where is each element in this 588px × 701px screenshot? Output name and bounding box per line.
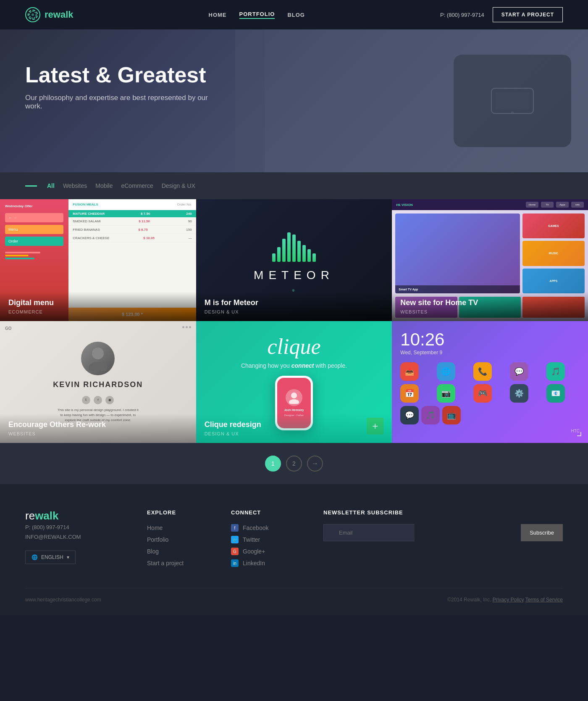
dm-row-1: SMOKED SALAMI $ 11.50 90 xyxy=(68,217,196,226)
item-title-1: Digital menu xyxy=(8,298,188,308)
dm-btn-1: ← → xyxy=(5,213,63,222)
item-overlay-4: Encourage Others Re-work WEBSITES xyxy=(0,414,196,443)
page-btn-1[interactable]: 1 xyxy=(265,456,281,472)
filter-all[interactable]: All xyxy=(47,182,55,189)
htc-bottom-bar: 💬 🎵 📺 xyxy=(400,406,580,424)
footer-brand-col: rewalk P: (800) 997-9714 INFO@REWALK.COM… xyxy=(25,509,130,571)
kevin-facebook: f xyxy=(94,396,102,404)
explore-start-project[interactable]: Start a project xyxy=(147,560,184,567)
email-input[interactable] xyxy=(323,524,415,541)
item-title-5: Clique redesign xyxy=(205,420,384,430)
phone-number: P: (800) 997-9714 xyxy=(440,12,484,18)
explore-blog[interactable]: Blog xyxy=(147,548,159,555)
meteor-bars xyxy=(272,228,316,262)
filter-ecommerce[interactable]: eCommerce xyxy=(121,182,153,189)
dm-btn-3: Order xyxy=(5,237,63,246)
portfolio-item-clique[interactable]: clique Changing how you connect with peo… xyxy=(196,321,392,443)
nav-blog[interactable]: BLOG xyxy=(287,12,305,18)
footer-email: INFO@REWALK.COM xyxy=(25,534,81,540)
portfolio-item-meteor[interactable]: METEOR ® M is for Meteor DESIGN & UX xyxy=(196,199,392,321)
portfolio-grid: Wednesday Offer ← → Menu Order FUSION ME… xyxy=(0,199,588,443)
svg-point-8 xyxy=(289,399,299,404)
portfolio-item-digital-menu[interactable]: Wednesday Offer ← → Menu Order FUSION ME… xyxy=(0,199,196,321)
connect-twitter[interactable]: 🐦 Twitter xyxy=(231,536,307,543)
nav-home[interactable]: HOME xyxy=(209,12,227,18)
item-cat-3: WEBSITES xyxy=(400,309,580,314)
twitter-icon: 🐦 xyxy=(231,536,239,543)
htc-apps-grid: 📥 🌐 📞 💬 🎵 📅 📷 🎮 ⚙️ 📧 xyxy=(400,362,580,403)
filter-bar: All Websites Mobile eCommerce Design & U… xyxy=(25,182,563,189)
htc-label: HTC xyxy=(400,429,580,433)
connect-heading: CONNECT xyxy=(231,509,307,516)
svg-point-1 xyxy=(32,13,34,16)
hv-nav-3: Apps xyxy=(556,202,569,208)
htc-app-13: 📺 xyxy=(442,406,461,424)
filter-mobile[interactable]: Mobile xyxy=(95,182,113,189)
lang-selector[interactable]: 🌐 ENGLISH ▾ xyxy=(25,551,76,564)
dm-row-3: CRACKERS & CHEESE $ 10.05 — xyxy=(68,234,196,242)
start-project-button[interactable]: START A PROJECT xyxy=(493,7,563,22)
explore-home[interactable]: Home xyxy=(147,524,163,531)
clique-title: clique xyxy=(267,334,320,359)
lang-text: ENGLISH xyxy=(41,554,63,560)
page-btn-2[interactable]: 2 xyxy=(286,456,302,472)
facebook-icon: f xyxy=(231,524,239,532)
hometv-header: H6 VISION Home TV Apps Info xyxy=(392,199,588,210)
logo-text: rewalk xyxy=(45,9,74,20)
dm-btn-2: Menu xyxy=(5,225,63,234)
logo[interactable]: rewalk xyxy=(25,7,74,22)
kevin-avatar xyxy=(81,342,115,375)
meteor-logo: METEOR ® xyxy=(254,228,334,293)
hero-title: Latest & Greatest xyxy=(25,63,563,87)
item-title-3: New site for Home TV xyxy=(400,298,580,308)
portfolio-item-kevin[interactable]: GO KEVIN RICHARDSON 𝕥 f ◉ xyxy=(0,321,196,443)
htc-app-1: 📥 xyxy=(400,362,419,381)
privacy-link[interactable]: Privacy Policy xyxy=(493,597,524,603)
htc-app-9: ⚙️ xyxy=(510,384,528,403)
dm-row-2: FRIED BANANAS $ 8.75 150 xyxy=(68,226,196,234)
filter-links: All Websites Mobile eCommerce Design & U… xyxy=(47,182,195,189)
kevin-social: 𝕥 f ◉ xyxy=(82,396,114,404)
item-overlay-5: Clique redesign DESIGN & UX xyxy=(196,414,392,443)
svg-point-4 xyxy=(511,111,514,114)
portfolio-item-hometv[interactable]: H6 VISION Home TV Apps Info Smart TV App xyxy=(392,199,588,321)
bar-4 xyxy=(287,232,291,262)
hero-content: Latest & Greatest Our philosophy and exp… xyxy=(25,63,563,111)
explore-portfolio[interactable]: Portfolio xyxy=(147,536,168,543)
filter-design-ux[interactable]: Design & UX xyxy=(162,182,195,189)
hero-section: Latest & Greatest Our philosophy and exp… xyxy=(0,29,588,172)
bar-8 xyxy=(307,249,311,262)
item-cat-1: ECOMMERCE xyxy=(8,309,188,314)
item-title-2: M is for Meteor xyxy=(205,298,384,308)
navbar: rewalk HOME PORTFOLIO BLOG P: (800) 997-… xyxy=(0,0,588,29)
chevron-down-icon: ▾ xyxy=(67,554,69,560)
filter-websites[interactable]: Websites xyxy=(63,182,87,189)
hometv-nav: Home TV Apps Info xyxy=(526,202,584,208)
portfolio-item-htc[interactable]: 10:26 Wed, September 9 📥 🌐 📞 💬 🎵 📅 📷 🎮 ⚙… xyxy=(392,321,588,443)
kevin-dots xyxy=(182,326,191,328)
item-overlay-1: Digital menu ECOMMERCE xyxy=(0,292,196,321)
htc-app-4: 💬 xyxy=(510,362,528,381)
kevin-go-logo: GO xyxy=(5,326,12,331)
portfolio-section: Wednesday Offer ← → Menu Order FUSION ME… xyxy=(0,199,588,484)
connect-google[interactable]: G Google+ xyxy=(231,548,307,555)
svg-point-7 xyxy=(291,393,297,398)
terms-link[interactable]: Terms of Service xyxy=(525,597,563,603)
explore-heading: EXPLORE xyxy=(147,509,214,516)
bar-6 xyxy=(297,241,301,262)
connect-google-label: Google+ xyxy=(243,548,265,555)
htc-screen: 10:26 Wed, September 9 📥 🌐 📞 💬 🎵 📅 📷 🎮 ⚙… xyxy=(392,321,588,443)
nav-portfolio[interactable]: PORTFOLIO xyxy=(239,11,275,19)
footer-newsletter-col: NEWSLETTER SUBSCRIBE ✉ Subscribe xyxy=(323,509,563,571)
footer: rewalk P: (800) 997-9714 INFO@REWALK.COM… xyxy=(0,484,588,615)
bar-2 xyxy=(277,247,281,262)
meteor-text: METEOR xyxy=(254,269,334,282)
subscribe-button[interactable]: Subscribe xyxy=(521,524,563,541)
page-next-btn[interactable]: → xyxy=(307,456,323,472)
svg-point-5 xyxy=(92,348,104,359)
dot-2 xyxy=(186,326,188,328)
item-cat-4: WEBSITES xyxy=(8,431,188,436)
connect-linkedin[interactable]: in LinkedIn xyxy=(231,559,307,567)
bar-1 xyxy=(272,253,276,262)
connect-facebook[interactable]: f Facebook xyxy=(231,524,307,532)
